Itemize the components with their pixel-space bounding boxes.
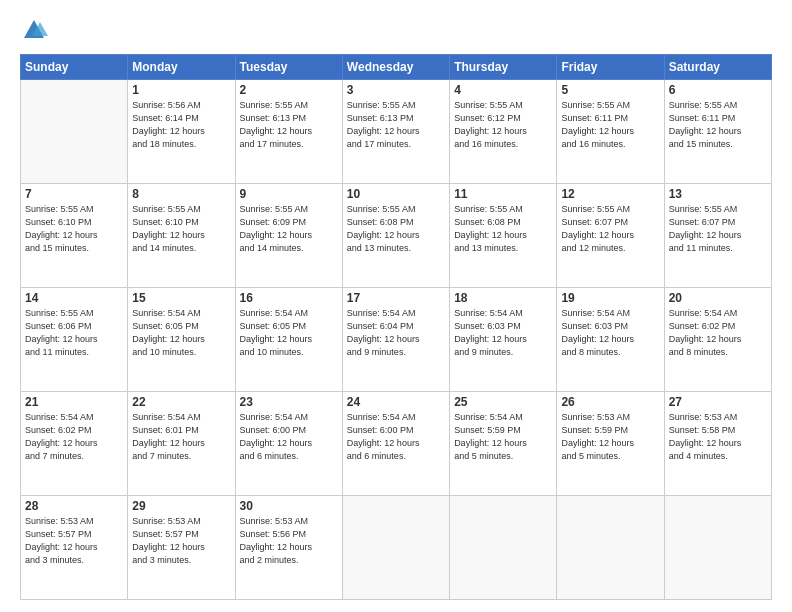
- day-number: 12: [561, 187, 659, 201]
- calendar-cell: 26Sunrise: 5:53 AM Sunset: 5:59 PM Dayli…: [557, 392, 664, 496]
- day-number: 3: [347, 83, 445, 97]
- weekday-header-row: SundayMondayTuesdayWednesdayThursdayFrid…: [21, 55, 772, 80]
- day-info: Sunrise: 5:55 AM Sunset: 6:12 PM Dayligh…: [454, 99, 552, 151]
- day-info: Sunrise: 5:54 AM Sunset: 6:02 PM Dayligh…: [669, 307, 767, 359]
- day-info: Sunrise: 5:55 AM Sunset: 6:10 PM Dayligh…: [25, 203, 123, 255]
- day-info: Sunrise: 5:53 AM Sunset: 5:56 PM Dayligh…: [240, 515, 338, 567]
- page: SundayMondayTuesdayWednesdayThursdayFrid…: [0, 0, 792, 612]
- day-number: 2: [240, 83, 338, 97]
- day-number: 23: [240, 395, 338, 409]
- calendar-week-5: 28Sunrise: 5:53 AM Sunset: 5:57 PM Dayli…: [21, 496, 772, 600]
- day-number: 4: [454, 83, 552, 97]
- day-number: 8: [132, 187, 230, 201]
- calendar-week-3: 14Sunrise: 5:55 AM Sunset: 6:06 PM Dayli…: [21, 288, 772, 392]
- calendar-week-1: 1Sunrise: 5:56 AM Sunset: 6:14 PM Daylig…: [21, 80, 772, 184]
- day-info: Sunrise: 5:55 AM Sunset: 6:13 PM Dayligh…: [240, 99, 338, 151]
- weekday-header-friday: Friday: [557, 55, 664, 80]
- day-number: 9: [240, 187, 338, 201]
- day-number: 19: [561, 291, 659, 305]
- weekday-header-tuesday: Tuesday: [235, 55, 342, 80]
- day-info: Sunrise: 5:54 AM Sunset: 6:02 PM Dayligh…: [25, 411, 123, 463]
- calendar-cell: 3Sunrise: 5:55 AM Sunset: 6:13 PM Daylig…: [342, 80, 449, 184]
- calendar-cell: [450, 496, 557, 600]
- day-number: 21: [25, 395, 123, 409]
- calendar-cell: [664, 496, 771, 600]
- day-number: 7: [25, 187, 123, 201]
- day-number: 5: [561, 83, 659, 97]
- weekday-header-sunday: Sunday: [21, 55, 128, 80]
- calendar-cell: 22Sunrise: 5:54 AM Sunset: 6:01 PM Dayli…: [128, 392, 235, 496]
- calendar-cell: 12Sunrise: 5:55 AM Sunset: 6:07 PM Dayli…: [557, 184, 664, 288]
- day-info: Sunrise: 5:53 AM Sunset: 5:58 PM Dayligh…: [669, 411, 767, 463]
- calendar-cell: 17Sunrise: 5:54 AM Sunset: 6:04 PM Dayli…: [342, 288, 449, 392]
- day-number: 6: [669, 83, 767, 97]
- day-number: 28: [25, 499, 123, 513]
- weekday-header-wednesday: Wednesday: [342, 55, 449, 80]
- calendar-cell: 19Sunrise: 5:54 AM Sunset: 6:03 PM Dayli…: [557, 288, 664, 392]
- day-info: Sunrise: 5:54 AM Sunset: 6:00 PM Dayligh…: [240, 411, 338, 463]
- calendar-week-4: 21Sunrise: 5:54 AM Sunset: 6:02 PM Dayli…: [21, 392, 772, 496]
- day-number: 13: [669, 187, 767, 201]
- day-number: 30: [240, 499, 338, 513]
- calendar-cell: 5Sunrise: 5:55 AM Sunset: 6:11 PM Daylig…: [557, 80, 664, 184]
- calendar-cell: 15Sunrise: 5:54 AM Sunset: 6:05 PM Dayli…: [128, 288, 235, 392]
- day-number: 14: [25, 291, 123, 305]
- day-number: 29: [132, 499, 230, 513]
- day-number: 22: [132, 395, 230, 409]
- day-number: 26: [561, 395, 659, 409]
- calendar-cell: 7Sunrise: 5:55 AM Sunset: 6:10 PM Daylig…: [21, 184, 128, 288]
- day-info: Sunrise: 5:54 AM Sunset: 5:59 PM Dayligh…: [454, 411, 552, 463]
- day-info: Sunrise: 5:55 AM Sunset: 6:11 PM Dayligh…: [561, 99, 659, 151]
- calendar-cell: 24Sunrise: 5:54 AM Sunset: 6:00 PM Dayli…: [342, 392, 449, 496]
- calendar-cell: 28Sunrise: 5:53 AM Sunset: 5:57 PM Dayli…: [21, 496, 128, 600]
- calendar-cell: 14Sunrise: 5:55 AM Sunset: 6:06 PM Dayli…: [21, 288, 128, 392]
- day-info: Sunrise: 5:55 AM Sunset: 6:11 PM Dayligh…: [669, 99, 767, 151]
- day-info: Sunrise: 5:54 AM Sunset: 6:05 PM Dayligh…: [240, 307, 338, 359]
- day-info: Sunrise: 5:53 AM Sunset: 5:57 PM Dayligh…: [132, 515, 230, 567]
- day-info: Sunrise: 5:55 AM Sunset: 6:08 PM Dayligh…: [454, 203, 552, 255]
- logo-icon: [20, 16, 48, 44]
- calendar-cell: 29Sunrise: 5:53 AM Sunset: 5:57 PM Dayli…: [128, 496, 235, 600]
- logo: [20, 16, 52, 44]
- calendar-cell: 23Sunrise: 5:54 AM Sunset: 6:00 PM Dayli…: [235, 392, 342, 496]
- day-number: 11: [454, 187, 552, 201]
- weekday-header-thursday: Thursday: [450, 55, 557, 80]
- day-number: 16: [240, 291, 338, 305]
- calendar-week-2: 7Sunrise: 5:55 AM Sunset: 6:10 PM Daylig…: [21, 184, 772, 288]
- calendar-table: SundayMondayTuesdayWednesdayThursdayFrid…: [20, 54, 772, 600]
- day-info: Sunrise: 5:53 AM Sunset: 5:59 PM Dayligh…: [561, 411, 659, 463]
- day-number: 24: [347, 395, 445, 409]
- calendar-cell: 18Sunrise: 5:54 AM Sunset: 6:03 PM Dayli…: [450, 288, 557, 392]
- day-info: Sunrise: 5:53 AM Sunset: 5:57 PM Dayligh…: [25, 515, 123, 567]
- calendar-cell: 30Sunrise: 5:53 AM Sunset: 5:56 PM Dayli…: [235, 496, 342, 600]
- calendar-cell: 11Sunrise: 5:55 AM Sunset: 6:08 PM Dayli…: [450, 184, 557, 288]
- calendar-cell: 21Sunrise: 5:54 AM Sunset: 6:02 PM Dayli…: [21, 392, 128, 496]
- calendar-cell: 1Sunrise: 5:56 AM Sunset: 6:14 PM Daylig…: [128, 80, 235, 184]
- calendar-cell: 10Sunrise: 5:55 AM Sunset: 6:08 PM Dayli…: [342, 184, 449, 288]
- day-info: Sunrise: 5:54 AM Sunset: 6:01 PM Dayligh…: [132, 411, 230, 463]
- calendar-cell: 4Sunrise: 5:55 AM Sunset: 6:12 PM Daylig…: [450, 80, 557, 184]
- day-number: 10: [347, 187, 445, 201]
- day-info: Sunrise: 5:54 AM Sunset: 6:04 PM Dayligh…: [347, 307, 445, 359]
- day-number: 17: [347, 291, 445, 305]
- day-number: 20: [669, 291, 767, 305]
- header: [20, 16, 772, 44]
- day-info: Sunrise: 5:55 AM Sunset: 6:13 PM Dayligh…: [347, 99, 445, 151]
- calendar-cell: 13Sunrise: 5:55 AM Sunset: 6:07 PM Dayli…: [664, 184, 771, 288]
- calendar-cell: 6Sunrise: 5:55 AM Sunset: 6:11 PM Daylig…: [664, 80, 771, 184]
- weekday-header-monday: Monday: [128, 55, 235, 80]
- day-info: Sunrise: 5:55 AM Sunset: 6:07 PM Dayligh…: [561, 203, 659, 255]
- day-info: Sunrise: 5:55 AM Sunset: 6:06 PM Dayligh…: [25, 307, 123, 359]
- calendar-cell: 8Sunrise: 5:55 AM Sunset: 6:10 PM Daylig…: [128, 184, 235, 288]
- calendar-cell: 20Sunrise: 5:54 AM Sunset: 6:02 PM Dayli…: [664, 288, 771, 392]
- day-info: Sunrise: 5:55 AM Sunset: 6:10 PM Dayligh…: [132, 203, 230, 255]
- day-info: Sunrise: 5:55 AM Sunset: 6:07 PM Dayligh…: [669, 203, 767, 255]
- calendar-cell: 16Sunrise: 5:54 AM Sunset: 6:05 PM Dayli…: [235, 288, 342, 392]
- day-info: Sunrise: 5:55 AM Sunset: 6:09 PM Dayligh…: [240, 203, 338, 255]
- day-number: 18: [454, 291, 552, 305]
- day-number: 15: [132, 291, 230, 305]
- day-number: 1: [132, 83, 230, 97]
- calendar-cell: 2Sunrise: 5:55 AM Sunset: 6:13 PM Daylig…: [235, 80, 342, 184]
- calendar-cell: [557, 496, 664, 600]
- day-info: Sunrise: 5:54 AM Sunset: 6:05 PM Dayligh…: [132, 307, 230, 359]
